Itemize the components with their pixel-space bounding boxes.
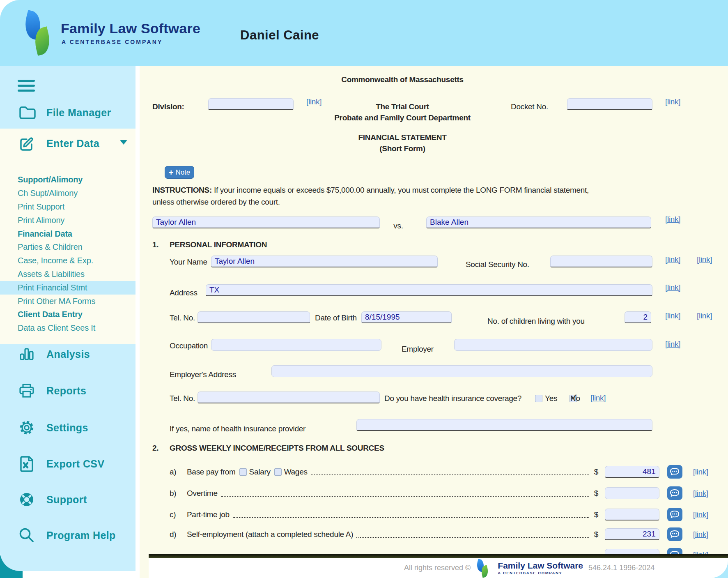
sidebar-item-print-support[interactable]: Print Support bbox=[0, 200, 135, 214]
sidebar-item-print-other-ma-forms[interactable]: Print Other MA Forms bbox=[0, 295, 135, 308]
ssn-link[interactable]: [link] bbox=[697, 255, 712, 264]
sidebar-item-support-alimony[interactable]: Support/Alimony bbox=[0, 173, 135, 187]
chevron-down-icon[interactable] bbox=[120, 140, 127, 145]
children-label: No. of children living with you bbox=[487, 317, 585, 326]
income-b-link[interactable]: [link] bbox=[693, 489, 708, 498]
form-page: Commonwealth of Massachusetts Division: … bbox=[140, 66, 728, 578]
sidebar-item-financial-data[interactable]: Financial Data bbox=[0, 227, 135, 241]
dollar-sign: $ bbox=[594, 489, 602, 498]
children-link[interactable]: [link] bbox=[665, 311, 680, 320]
sidebar-item-ch-supt-alimony[interactable]: Ch Supt/Alimony bbox=[0, 187, 135, 200]
income-d-input[interactable] bbox=[605, 528, 659, 540]
your-name-input[interactable] bbox=[211, 256, 438, 267]
version-text: 546.24.1 1996-2024 bbox=[588, 564, 655, 572]
dob-input[interactable] bbox=[361, 311, 452, 323]
provider-input[interactable] bbox=[356, 419, 652, 431]
dotted-leader bbox=[221, 495, 589, 497]
provider-label: If yes, name of health insurance provide… bbox=[170, 424, 305, 433]
sidebar-item-support[interactable]: Support bbox=[18, 490, 87, 509]
row-label: Self-employment (attach a completed sche… bbox=[187, 530, 353, 539]
rights-text: All rights reserved © bbox=[404, 564, 471, 572]
salary-label: Salary bbox=[249, 467, 271, 477]
docket-link[interactable]: [link] bbox=[665, 97, 680, 106]
menu-icon[interactable] bbox=[18, 80, 35, 92]
docket-label: Docket No. bbox=[511, 102, 548, 111]
section2-number: 2. bbox=[152, 444, 158, 453]
income-b-input[interactable] bbox=[605, 487, 659, 499]
sidebar-item-program-help[interactable]: Program Help bbox=[18, 526, 116, 544]
party2-input[interactable] bbox=[426, 216, 651, 228]
dotted-leader bbox=[233, 517, 589, 518]
sidebar-item-file-manager[interactable]: File Manager bbox=[18, 104, 111, 122]
sidebar-item-print-alimony[interactable]: Print Alimony bbox=[0, 214, 135, 227]
sidebar-item-enter-data[interactable]: Enter Data bbox=[18, 134, 99, 152]
gear-icon bbox=[18, 419, 36, 437]
employer-input[interactable] bbox=[454, 339, 652, 351]
sidebar-item-label: Export CSV bbox=[46, 458, 105, 470]
party1-input[interactable] bbox=[152, 216, 380, 228]
dotted-leader bbox=[356, 537, 589, 538]
add-note-button[interactable]: + Note bbox=[165, 166, 194, 179]
comment-bubble-icon[interactable] bbox=[667, 508, 682, 521]
wages-checkbox[interactable] bbox=[274, 468, 282, 476]
form-title: Commonwealth of Massachusetts bbox=[152, 75, 652, 84]
sidebar-item-export-csv[interactable]: Export CSV bbox=[18, 455, 105, 473]
tel2-input[interactable] bbox=[198, 391, 380, 403]
ssn-input[interactable] bbox=[550, 256, 652, 267]
sidebar-item-data-as-client-sees-it[interactable]: Data as Client Sees It bbox=[0, 321, 135, 335]
income-c-input[interactable] bbox=[605, 509, 659, 520]
sidebar-item-print-financial-stmt[interactable]: Print Financial Stmt bbox=[0, 281, 135, 295]
bar-chart-icon bbox=[18, 345, 36, 363]
salary-checkbox[interactable] bbox=[239, 468, 247, 476]
sidebar-item-label: Program Help bbox=[46, 530, 116, 541]
note-button-label: Note bbox=[175, 168, 190, 177]
income-a-input[interactable] bbox=[605, 466, 659, 478]
address-input[interactable] bbox=[206, 284, 652, 296]
comment-bubble-icon[interactable] bbox=[667, 486, 682, 500]
folder-icon bbox=[18, 104, 36, 122]
department-title: Probate and Family Court Department bbox=[152, 113, 652, 122]
row-letter: c) bbox=[170, 510, 187, 519]
plus-icon: + bbox=[169, 168, 174, 177]
sidebar-item-case-income-exp[interactable]: Case, Income & Exp. bbox=[0, 254, 135, 267]
row-letter: d) bbox=[170, 530, 187, 539]
occupation-input[interactable] bbox=[211, 339, 381, 351]
income-row-a: a) Base pay from Salary Wages $ [link] bbox=[170, 465, 708, 478]
dollar-sign: $ bbox=[594, 510, 602, 519]
sidebar-item-reports[interactable]: Reports bbox=[18, 382, 86, 400]
section1-number: 1. bbox=[152, 240, 158, 249]
sidebar-item-label: Settings bbox=[46, 422, 88, 434]
children-count-input[interactable] bbox=[625, 311, 651, 323]
doc-title: FINANCIAL STATEMENT bbox=[152, 133, 652, 142]
sidebar-item-assets-liabilities[interactable]: Assets & Liabilities bbox=[0, 267, 135, 281]
client-name: Daniel Caine bbox=[240, 28, 319, 43]
income-d-link[interactable]: [link] bbox=[693, 530, 708, 539]
income-a-link[interactable]: [link] bbox=[693, 467, 708, 477]
sidebar-item-analysis[interactable]: Analysis bbox=[18, 345, 90, 363]
footer-brand: Family Law Software A CENTERBASE COMPANY bbox=[498, 561, 583, 575]
tel-input[interactable] bbox=[198, 311, 310, 323]
docket-input[interactable] bbox=[567, 98, 652, 110]
health-link[interactable]: [link] bbox=[590, 394, 606, 403]
sidebar-item-label: File Manager bbox=[46, 107, 111, 119]
address-label: Address bbox=[170, 288, 198, 297]
sidebar-item-parties-children[interactable]: Parties & Children bbox=[0, 240, 135, 254]
sidebar-item-client-data-entry[interactable]: Client Data Entry bbox=[0, 308, 135, 321]
parties-link[interactable]: [link] bbox=[665, 215, 680, 224]
income-c-link[interactable]: [link] bbox=[693, 510, 708, 519]
children-link2[interactable]: [link] bbox=[697, 311, 712, 320]
no-label: No bbox=[570, 394, 580, 403]
employer-link[interactable]: [link] bbox=[665, 340, 680, 349]
health-yes-checkbox[interactable] bbox=[535, 395, 542, 402]
address-link[interactable]: [link] bbox=[665, 283, 680, 292]
brand-subtitle: A CENTERBASE COMPANY bbox=[62, 39, 163, 45]
your-name-link[interactable]: [link] bbox=[665, 255, 680, 264]
comment-bubble-icon[interactable] bbox=[667, 527, 682, 541]
comment-bubble-icon[interactable] bbox=[667, 465, 682, 479]
employer-address-input[interactable] bbox=[271, 365, 652, 377]
income-row-c: c) Part-time job $ [link] bbox=[170, 508, 708, 521]
sidebar-item-settings[interactable]: Settings bbox=[18, 419, 88, 437]
app-header: Family Law Software A CENTERBASE COMPANY… bbox=[0, 0, 728, 66]
dollar-sign: $ bbox=[594, 467, 602, 477]
health-question-label: Do you have health insurance coverage? bbox=[384, 394, 521, 403]
